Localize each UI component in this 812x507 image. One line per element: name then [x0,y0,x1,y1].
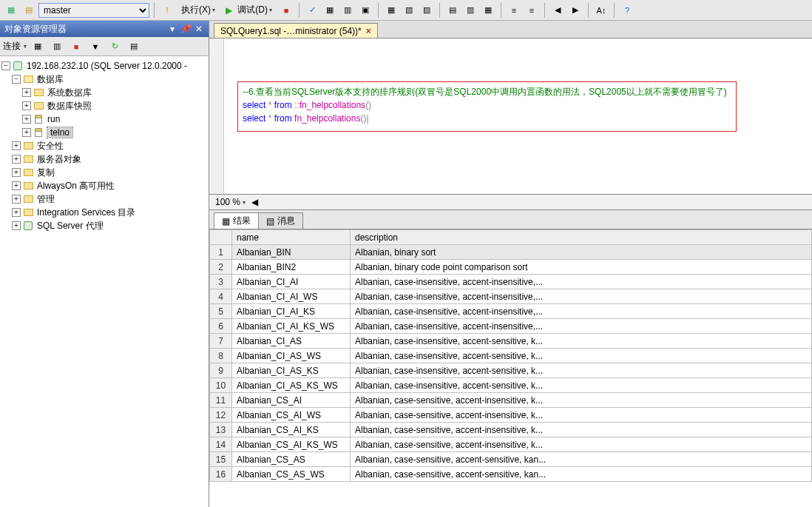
results-text-icon[interactable]: ▥ [462,2,478,19]
tree-sysdb-node[interactable]: +系统数据库 [1,86,207,99]
table-row[interactable]: 9Albanian_CI_AS_KSAlbanian, case-insensi… [210,363,812,378]
tab-close-icon[interactable]: × [366,26,371,36]
intellisense-icon[interactable]: ▣ [357,2,373,19]
tree-iscatalog-node[interactable]: +Integration Services 目录 [1,206,207,219]
table-row[interactable]: 14Albanian_CS_AI_KS_WSAlbanian, case-sen… [210,437,812,452]
decrease-indent-icon[interactable]: ◀ [549,2,566,19]
row-number: 7 [210,334,232,349]
caution-icon[interactable]: ! [159,2,175,19]
table-row[interactable]: 15Albanian_CS_ASAlbanian, case-sensitive… [210,452,812,467]
query-options-icon[interactable]: ▥ [339,2,356,19]
cell-name: Albanian_CI_AI_KS [232,304,351,319]
connect-label[interactable]: 连接 [3,40,21,53]
tree-db-telno[interactable]: +telno [1,126,207,139]
table-row[interactable]: 10Albanian_CI_AS_KS_WSAlbanian, case-ins… [210,378,812,393]
cell-description: Albanian, case-sensitive, accent-sensiti… [351,467,812,482]
new-query-icon[interactable]: ▦ [3,2,19,19]
table-row[interactable]: 3Albanian_CI_AIAlbanian, case-insensitiv… [210,275,812,289]
tree-serverobj-node[interactable]: +服务器对象 [1,152,207,166]
table-row[interactable]: 11Albanian_CS_AIAlbanian, case-sensitive… [210,393,812,408]
row-number: 2 [210,260,232,275]
table-row[interactable]: 2Albanian_BIN2Albanian, binary code poin… [210,260,812,275]
table-row[interactable]: 5Albanian_CI_AI_KSAlbanian, case-insensi… [210,304,812,319]
tree-dbsnap-node[interactable]: +数据库快照 [1,99,207,113]
row-number: 12 [210,408,232,423]
parse-icon[interactable]: ✓ [304,2,320,19]
tree-server-node[interactable]: −192.168.232.10 (SQL Server 12.0.2000 - [1,59,207,73]
row-number: 5 [210,304,232,319]
col-name[interactable]: name [232,230,351,245]
estimated-plan-icon[interactable]: ▦ [322,2,338,19]
object-tree[interactable]: −192.168.232.10 (SQL Server 12.0.2000 - … [0,56,209,507]
row-number: 14 [210,437,232,452]
table-row[interactable]: 4Albanian_CI_AI_WSAlbanian, case-insensi… [210,289,812,304]
panel-pin-icon[interactable]: 📌 [180,24,191,34]
col-description[interactable]: description [351,230,812,245]
panel-dropdown-icon[interactable]: ▾ [167,24,177,34]
table-row[interactable]: 7Albanian_CI_ASAlbanian, case-insensitiv… [210,334,812,349]
increase-indent-icon[interactable]: ▶ [567,2,583,19]
connect-icon[interactable]: ▦ [30,38,46,55]
tree-security-node[interactable]: +安全性 [1,139,207,152]
cell-description: Albanian, case-insensitive, accent-sensi… [351,363,812,378]
help-icon[interactable]: ? [619,2,635,19]
table-row[interactable]: 13Albanian_CS_AI_KSAlbanian, case-sensit… [210,423,812,437]
table-row[interactable]: 8Albanian_CI_AS_WSAlbanian, case-insensi… [210,349,812,363]
uncomment-icon[interactable]: ≡ [524,2,540,19]
message-icon: ▤ [266,216,274,226]
cell-description: Albanian, case-insensitive, accent-sensi… [351,334,812,349]
zoom-scroll-left-icon[interactable]: ◀ [251,197,258,207]
table-row[interactable]: 12Albanian_CS_AI_WSAlbanian, case-sensit… [210,408,812,423]
code-editor[interactable]: --6.查看当前SQLServer版本支持的排序规则(双冒号是SQL2000中调… [209,38,812,194]
cell-description: Albanian, case-sensitive, accent-insensi… [351,408,812,423]
cell-description: Albanian, case-sensitive, accent-insensi… [351,393,812,408]
zoom-dropdown-icon[interactable]: ▾ [243,199,246,206]
results-tab[interactable]: ▦结果 [214,212,259,229]
cell-description: Albanian, case-insensitive, accent-insen… [351,275,812,289]
tab-label: SQLQuery1.sql -…ministrator (54))* [220,26,362,36]
editor-tab[interactable]: SQLQuery1.sql -…ministrator (54))* × [214,23,378,38]
stop-icon[interactable]: ■ [68,38,84,55]
panel-close-icon[interactable]: ✕ [194,24,204,34]
execute-button[interactable]: 执行(X)▾ [177,4,220,16]
results-grid-icon[interactable]: ▤ [444,2,461,19]
table-row[interactable]: 16Albanian_CS_AS_WSAlbanian, case-sensit… [210,467,812,482]
open-icon[interactable]: ▤ [21,2,37,19]
tree-alwayson-node[interactable]: +AlwaysOn 高可用性 [1,179,207,192]
include-plan-icon[interactable]: ▦ [383,2,399,19]
tree-db-run[interactable]: +run [1,113,207,126]
panel-header: 对象资源管理器 ▾ 📌 ✕ [0,21,209,37]
cell-name: Albanian_CS_AI_KS [232,423,351,437]
stop-icon[interactable]: ■ [278,2,294,19]
sqlcmd-icon[interactable]: ▨ [419,2,435,19]
row-number: 10 [210,378,232,393]
results-grid[interactable]: name description 1Albanian_BINAlbanian, … [209,229,812,507]
row-number: 8 [210,349,232,363]
comment-icon[interactable]: ≡ [506,2,522,19]
tree-manage-node[interactable]: +管理 [1,192,207,206]
tree-databases-node[interactable]: −数据库 [1,73,207,86]
cell-description: Albanian, case-sensitive, accent-insensi… [351,437,812,452]
zoom-value[interactable]: 100 % [215,197,240,207]
debug-button[interactable]: ▶ 调试(D)▾ [221,4,277,16]
table-row[interactable]: 1Albanian_BINAlbanian, binary sort [210,245,812,260]
row-number: 15 [210,452,232,467]
cell-description: Albanian, case-sensitive, accent-sensiti… [351,452,812,467]
report-icon[interactable]: ▤ [126,38,142,55]
refresh-icon[interactable]: ↻ [106,38,123,55]
include-stats-icon[interactable]: ▧ [401,2,417,19]
table-row[interactable]: 6Albanian_CI_AI_KS_WSAlbanian, case-inse… [210,319,812,334]
tree-replication-node[interactable]: +复制 [1,166,207,179]
cell-name: Albanian_CI_AS [232,334,351,349]
filter-icon[interactable]: ▼ [87,38,104,55]
cell-description: Albanian, case-insensitive, accent-sensi… [351,349,812,363]
specify-values-icon[interactable]: A↕ [593,2,609,19]
editor-gutter [209,38,224,194]
cell-name: Albanian_CS_AI_KS_WS [232,437,351,452]
disconnect-icon[interactable]: ▥ [49,38,65,55]
messages-tab[interactable]: ▤消息 [258,212,303,229]
database-selector[interactable]: master [38,3,149,18]
col-rownum[interactable] [210,230,232,245]
results-file-icon[interactable]: ▦ [480,2,496,19]
tree-sqlagent-node[interactable]: +SQL Server 代理 [1,219,207,232]
